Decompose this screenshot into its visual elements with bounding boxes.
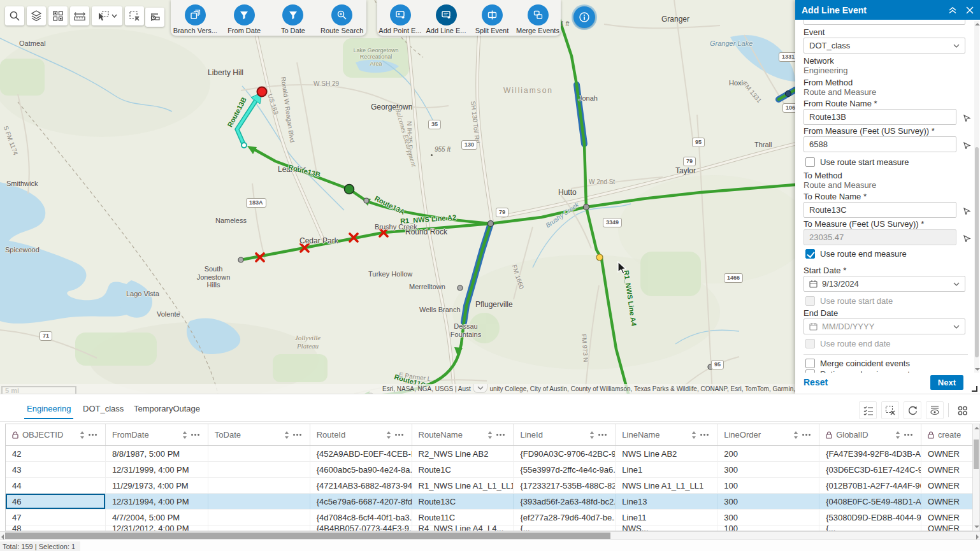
scrollbar-thumb[interactable] [974,440,979,469]
place-label: Cedar Park [299,237,338,246]
map-canvas[interactable]: Oatmeal Liberty Hill Smithwick Nameless … [0,0,795,394]
column-menu-icon[interactable] [496,434,505,436]
from-measure-input[interactable]: 6588 [803,136,956,152]
scroll-up-arrow[interactable] [974,427,979,429]
close-icon[interactable] [966,6,974,14]
sort-icon[interactable] [183,431,187,439]
panel-resize-handle[interactable] [972,386,977,392]
place-label: Taylor [675,167,696,176]
sort-icon[interactable] [590,431,594,439]
from-date-button[interactable]: From Date [221,4,267,34]
column-header-todate[interactable]: ToDate [208,424,310,445]
scrollbar-thumb[interactable] [975,147,979,357]
attribution-collapse-button[interactable] [473,384,488,393]
sort-icon[interactable] [794,431,798,439]
column-menu-icon[interactable] [802,434,811,436]
branch-versions-button[interactable]: Branch Vers... [172,4,218,34]
tab-dot-class[interactable]: DOT_class [83,404,124,413]
to-route-name-input[interactable]: Route13C [803,202,956,218]
use-route-end-measure-checkbox[interactable] [805,249,815,259]
next-button[interactable]: Next [930,375,963,390]
info-button[interactable] [573,6,595,28]
sort-icon[interactable] [285,431,289,439]
route-slider-button[interactable] [145,8,164,27]
route-search-button[interactable]: Route Search [319,4,365,34]
add-line-event-panel: Add Line Event Event DOT_class Network E… [795,0,980,394]
clear-table-selection-button[interactable] [881,401,899,419]
column-menu-icon[interactable] [598,434,607,436]
pick-to-route-on-map-button[interactable] [961,204,972,216]
record-count-text: Total: 159 | Selection: 1 [0,541,80,551]
hide-columns-button[interactable] [926,401,944,419]
select-icon [97,10,110,22]
column-menu-icon[interactable] [904,434,913,436]
scroll-down-arrow[interactable] [974,526,979,528]
attribute-table: OBJECTID FromDate ToDate RouteId RouteNa… [5,424,972,531]
reset-button[interactable]: Reset [803,377,828,387]
table-options-button[interactable] [953,401,971,419]
search-button[interactable] [5,6,24,25]
clear-selection-button[interactable] [125,6,144,25]
column-header-objectid[interactable]: OBJECTID [6,424,106,445]
column-menu-icon[interactable] [89,434,97,436]
sort-icon[interactable] [387,431,391,439]
column-menu-icon[interactable] [293,434,302,436]
column-menu-icon[interactable] [700,434,709,436]
split-event-button[interactable]: Split Event [469,4,515,34]
pick-from-measure-on-map-button[interactable] [961,139,972,150]
column-menu-icon[interactable] [395,434,404,436]
column-header-create[interactable]: create [921,424,972,445]
table-row[interactable]: 474/7/2004, 5:00 PM{4d7084c8-6cf4-40f1-b… [6,510,972,526]
place-label: Oatmeal [19,39,46,48]
scroll-right-arrow[interactable] [976,534,979,540]
tab-engineering[interactable]: Engineering [27,404,71,413]
table-row-partial[interactable]: 4812/31/2012, 4:00 PM{4B4BB057-0773-44F3… [6,526,972,531]
table-row[interactable]: 428/8/1987, 5:00 PM{452A9ABD-E0EF-4CEB-B… [6,446,972,462]
end-date-input[interactable]: MM/DD/YYYY [803,318,965,334]
use-route-start-measure-checkbox[interactable] [805,157,815,167]
table-row-selected[interactable]: 4612/31/1994, 4:00 PM{4c5e79a6-6687-4207… [6,494,972,510]
pick-to-measure-on-map-button[interactable] [961,232,972,243]
sort-icon[interactable] [692,431,696,439]
column-header-fromdate[interactable]: FromDate [106,424,208,445]
event-select[interactable]: DOT_class [803,38,965,54]
tab-temporary-outage[interactable]: TemporaryOutage [134,404,200,413]
to-date-button[interactable]: To Date [270,4,316,34]
table-row[interactable]: 4312/31/1999, 4:00 PM{4600abc5-ba90-4e24… [6,462,972,478]
measure-button[interactable] [70,6,89,25]
pick-from-route-on-map-button[interactable] [961,111,972,123]
table-horizontal-scrollbar[interactable] [0,531,980,540]
column-header-routename[interactable]: RouteName [412,424,514,445]
collapse-panel-icon[interactable] [948,6,957,14]
column-menu-icon[interactable] [191,434,200,436]
column-header-globalid[interactable]: GlobalID [819,424,921,445]
table-row[interactable]: 4411/29/1973, 4:00 PM{47214AB3-6882-4873… [6,478,972,494]
column-header-lineorder[interactable]: LineOrder [717,424,819,445]
merge-coincident-events-checkbox[interactable] [805,359,815,368]
panel-scrollbar[interactable] [974,21,979,373]
column-header-lineid[interactable]: LineId [514,424,616,445]
refresh-button[interactable] [904,401,921,419]
hide-columns-icon [929,405,940,415]
column-header-linename[interactable]: LineName [616,424,717,445]
add-line-event-button[interactable]: Add Line E... [423,4,469,34]
start-date-input[interactable]: 9/13/2024 [803,276,965,292]
sort-icon[interactable] [896,431,900,439]
layers-button[interactable] [27,6,46,25]
column-header-routeid[interactable]: RouteId [310,424,412,445]
scroll-up-arrow[interactable] [975,23,980,25]
select-tool-button[interactable] [92,6,122,25]
merge-events-button[interactable]: Merge Events [515,4,561,34]
event-label: Event [803,27,825,37]
sort-icon[interactable] [488,431,493,439]
add-point-event-button[interactable]: Add Point E... [377,4,423,34]
table-vertical-scrollbar[interactable] [972,424,980,531]
map-pointer-icon [963,234,971,242]
scroll-left-arrow[interactable] [1,534,4,540]
scroll-down-arrow[interactable] [975,368,980,371]
show-selected-records-button[interactable] [859,401,877,419]
sort-icon[interactable] [80,431,85,439]
scrollbar-thumb[interactable] [5,533,610,539]
basemap-gallery-button[interactable] [48,6,68,25]
from-route-name-input[interactable]: Route13B [803,109,956,125]
